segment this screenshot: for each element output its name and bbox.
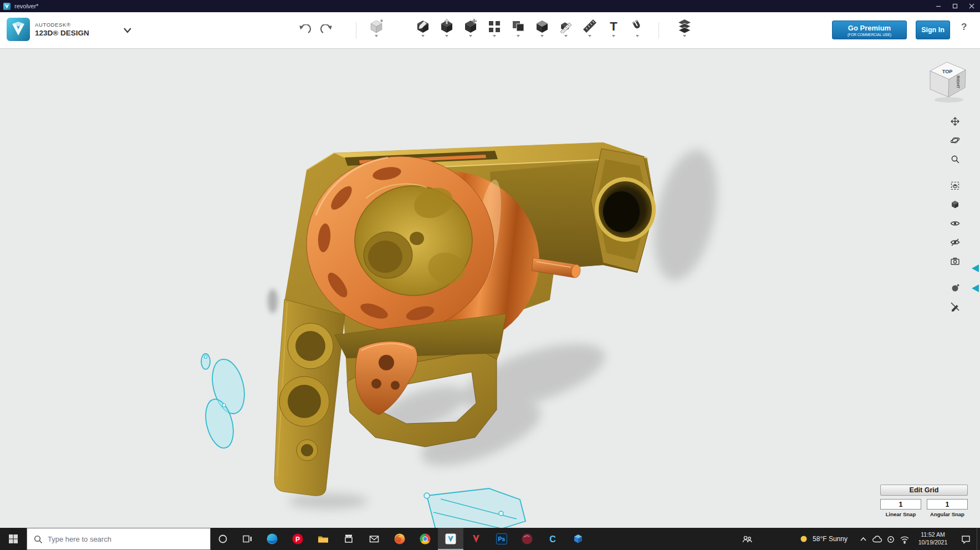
text-tool[interactable]: T [603, 17, 624, 42]
viewcube-top-label: TOP [942, 69, 952, 74]
primitives-icon [369, 19, 384, 33]
start-button[interactable] [0, 528, 27, 550]
network-icon [899, 533, 910, 544]
circle-dot-icon [886, 534, 896, 544]
taskbar-app-red-v[interactable] [463, 528, 489, 550]
angular-snap-input[interactable] [927, 499, 968, 510]
dropdown-arrow [421, 35, 425, 37]
taskbar-app-123d-design[interactable] [438, 528, 463, 550]
fit-view-tool[interactable] [947, 178, 963, 193]
taskbar-app-store[interactable] [336, 528, 361, 550]
onedrive-button[interactable] [870, 528, 884, 550]
hidden-icons-button[interactable] [856, 528, 870, 550]
cortana-button[interactable] [211, 528, 235, 550]
dropdown-arrow [564, 35, 568, 37]
go-premium-button[interactable]: Go Premium (FOR COMMERCIAL USE) [832, 21, 907, 39]
redo-icon [320, 24, 334, 37]
show-desktop-button[interactable] [977, 528, 980, 550]
ruler-tool[interactable] [579, 17, 600, 42]
combine-tool[interactable] [532, 17, 553, 42]
taskbar-app-file-explorer[interactable] [310, 528, 336, 550]
brand-product: 123D® DESIGN [35, 29, 89, 37]
snapshot-tool[interactable] [947, 253, 963, 269]
modify-tool[interactable] [460, 17, 481, 42]
action-center-button[interactable] [955, 528, 977, 550]
angular-snap-label: Angular Snap [927, 511, 968, 517]
c-app-icon: C [546, 532, 559, 546]
123d-design-icon [444, 532, 457, 546]
taskbar-app-c[interactable]: C [540, 528, 565, 550]
view-cube-tool[interactable] [947, 197, 963, 212]
clock-widget[interactable]: 11:52 AM 10/19/2021 [911, 528, 955, 550]
3d-scene[interactable]: TOP RIGHT [0, 49, 980, 528]
view-cube-icon [950, 200, 960, 210]
pan-tool[interactable] [947, 114, 963, 129]
measure-tool[interactable] [555, 17, 576, 42]
weather-text: 58°F Sunny [813, 535, 848, 543]
material-sphere-icon [950, 283, 960, 293]
search-input[interactable] [48, 535, 210, 543]
grip-frame[interactable] [274, 299, 345, 496]
primitives-tool[interactable] [366, 17, 387, 42]
action-center-icon [960, 533, 971, 544]
dropdown-arrow [517, 35, 520, 37]
material-icon [677, 19, 692, 33]
pinterest-icon: P [291, 532, 304, 546]
sketch-tool[interactable] [412, 17, 433, 42]
hide-tool[interactable] [947, 235, 963, 250]
dropdown-arrow [469, 35, 472, 37]
zoom-tool[interactable] [947, 151, 963, 167]
taskbar-app-chrome[interactable] [412, 528, 438, 550]
construct-tool[interactable] [436, 17, 457, 42]
weather-widget[interactable]: 58°F Sunny [790, 528, 856, 550]
panel-collapse-arrows[interactable] [972, 264, 979, 292]
undo-button[interactable] [295, 21, 314, 40]
taskbar-search[interactable] [27, 528, 211, 550]
snap-icon [630, 19, 645, 33]
redo-button[interactable] [318, 21, 336, 40]
close-button[interactable] [963, 0, 980, 12]
linear-snap-input[interactable] [880, 499, 921, 510]
sketch-gun-outline[interactable] [424, 488, 525, 528]
measure-icon [559, 19, 573, 33]
taskbar-app-firefox[interactable] [387, 528, 412, 550]
task-view-icon [242, 533, 253, 544]
taskbar-app-photoshop[interactable]: Ps [489, 528, 514, 550]
sign-in-button[interactable]: Sign In [916, 21, 950, 39]
taskbar-app-edge[interactable] [259, 528, 285, 550]
visibility-tool[interactable] [947, 216, 963, 231]
material-view-tool[interactable] [947, 280, 963, 296]
modify-icon [463, 19, 478, 33]
view-cube[interactable]: TOP RIGHT [930, 62, 966, 103]
file-explorer-icon [317, 532, 330, 546]
people-button[interactable] [736, 528, 758, 550]
taskbar-app-3d-viewer[interactable] [565, 528, 591, 550]
minimize-button[interactable] [930, 0, 947, 12]
tray-app-button[interactable] [884, 528, 897, 550]
windows-taskbar: P Ps C 58°F Sunny 11:52 AM 10/19/2021 [0, 528, 980, 550]
maximize-button[interactable] [947, 0, 963, 12]
grouping-tool[interactable] [508, 17, 529, 42]
taskbar-app-mail[interactable] [361, 528, 387, 550]
taskbar-app-maroon[interactable] [514, 528, 540, 550]
main-menu-button[interactable] [123, 27, 132, 35]
outline-toggle-tool[interactable] [947, 299, 963, 314]
taskbar-app-pinterest[interactable]: P [285, 528, 310, 550]
network-button[interactable] [897, 528, 911, 550]
viewcube-right-label: RIGHT [956, 75, 961, 89]
go-premium-sublabel: (FOR COMMERCIAL USE) [848, 33, 891, 37]
sketch-ellipse-small[interactable] [201, 354, 210, 369]
windows-logo-icon [8, 534, 18, 544]
snap-tool[interactable] [627, 17, 648, 42]
edit-grid-button[interactable]: Edit Grid [880, 485, 968, 496]
dropdown-arrow [636, 35, 639, 37]
sketch-ellipse-pair[interactable] [201, 356, 249, 451]
orbit-tool[interactable] [947, 133, 963, 148]
help-button[interactable]: ? [961, 22, 967, 33]
dropdown-arrow [588, 35, 591, 37]
viewport-3d[interactable]: TOP RIGHT Edit Grid Linear Snap An [0, 49, 980, 528]
pattern-tool[interactable] [484, 17, 505, 42]
minimize-icon [936, 3, 941, 9]
material-tool[interactable] [674, 17, 695, 42]
task-view-button[interactable] [235, 528, 259, 550]
